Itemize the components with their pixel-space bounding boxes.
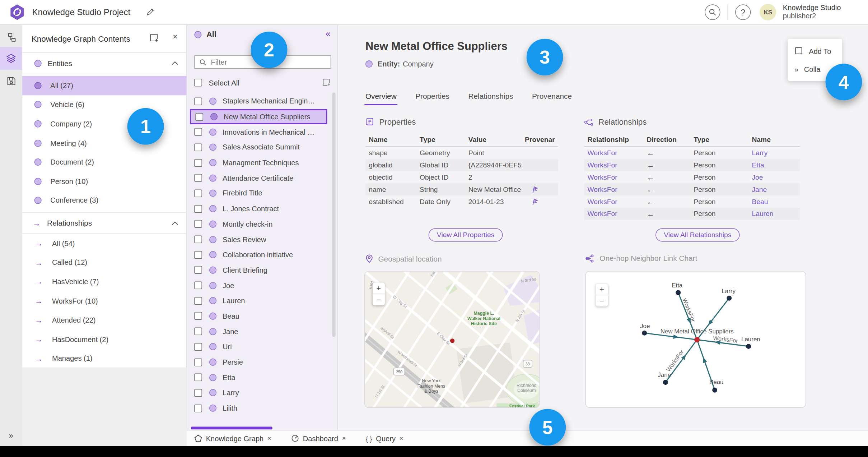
graph-node[interactable] <box>712 388 717 393</box>
table-row[interactable]: WorksFor←PersonEtta <box>584 159 800 171</box>
list-item[interactable]: Managment Techniques <box>187 155 329 170</box>
item-checkbox[interactable] <box>194 328 202 336</box>
entity-type-item[interactable]: Person (10) <box>22 172 187 191</box>
cell-name[interactable]: Etta <box>748 161 795 169</box>
cell-name[interactable]: Lauren <box>748 210 795 218</box>
link-chart-card[interactable]: + − WorksForWorksForWorksForEttaLarryJoe… <box>585 271 806 408</box>
schema-tool-button[interactable] <box>4 31 18 44</box>
item-checkbox[interactable] <box>194 297 202 305</box>
list-item[interactable]: Client Briefing <box>187 262 329 278</box>
table-row[interactable]: shapeGeometryPoint <box>365 147 558 159</box>
list-item[interactable]: Persie <box>187 355 329 370</box>
tab-provenance[interactable]: Provenance <box>532 92 572 105</box>
cell-relationship[interactable]: WorksFor <box>584 186 643 194</box>
item-checkbox[interactable] <box>194 220 202 228</box>
user-menu[interactable]: Knowledge Studio publisher2 <box>783 3 841 20</box>
table-row[interactable]: globalidGlobal ID{A228944F-0EF5-... <box>365 159 558 171</box>
list-item[interactable]: Staplers Mechanical Engineering <box>187 94 329 109</box>
graph-node[interactable] <box>676 290 681 295</box>
relationship-type-item[interactable]: →HasVehicle (7) <box>22 272 187 291</box>
graph-node[interactable] <box>642 331 647 336</box>
item-checkbox[interactable] <box>194 236 202 244</box>
add-layer-button[interactable] <box>149 33 159 43</box>
table-row[interactable]: objectidObject ID2 <box>365 171 558 184</box>
graph-node[interactable] <box>727 296 732 301</box>
list-item[interactable]: Sales Associate Summit <box>187 140 329 155</box>
cell-relationship[interactable]: WorksFor <box>584 161 643 169</box>
table-row[interactable]: establishedDate Only2014-01-23 <box>365 195 558 208</box>
table-row[interactable]: WorksFor←PersonLauren <box>584 208 800 220</box>
horizontal-scrollbar[interactable] <box>191 427 272 430</box>
add-to-menu-item[interactable]: Add To <box>794 47 831 56</box>
list-item[interactable]: Joe <box>187 278 329 293</box>
add-entity-button[interactable] <box>322 78 331 87</box>
relationship-type-item[interactable]: →WorksFor (10) <box>22 291 187 310</box>
graph-node[interactable] <box>746 344 751 349</box>
item-checkbox[interactable] <box>194 251 202 259</box>
cell-relationship[interactable]: WorksFor <box>584 198 643 206</box>
zoom-out-button[interactable]: − <box>596 295 608 306</box>
layers-tool-button[interactable] <box>4 51 18 65</box>
help-button[interactable]: ? <box>735 4 751 20</box>
zoom-in-button[interactable]: + <box>373 283 385 294</box>
list-item[interactable]: Lilith <box>187 401 329 416</box>
search-button[interactable] <box>705 4 720 20</box>
relationship-type-item[interactable]: →Manages (1) <box>22 349 187 368</box>
list-item[interactable]: Jane <box>187 324 329 339</box>
table-row[interactable]: WorksFor←PersonJane <box>584 184 800 196</box>
bottom-tab-query[interactable]: { }Query× <box>366 434 403 442</box>
close-panel-button[interactable]: × <box>173 32 178 41</box>
relationship-type-item[interactable]: →Attended (22) <box>22 310 187 329</box>
list-item[interactable]: Attendance Certificate <box>187 170 329 186</box>
list-item[interactable]: Collaboration initiative <box>187 247 329 263</box>
view-all-relationships-button[interactable]: View All Relationships <box>655 228 740 241</box>
list-item[interactable]: Lauren <box>187 293 329 309</box>
list-item[interactable]: Etta <box>187 370 329 385</box>
close-tab-icon[interactable]: × <box>400 434 403 442</box>
table-row[interactable]: WorksFor←PersonJoe <box>584 171 800 184</box>
cell-name[interactable]: Joe <box>748 174 795 181</box>
item-checkbox[interactable] <box>194 343 202 351</box>
table-row[interactable]: nameStringNew Metal Office ... <box>365 184 558 196</box>
item-checkbox[interactable] <box>195 113 203 121</box>
zoom-in-button[interactable]: + <box>596 284 608 295</box>
item-checkbox[interactable] <box>194 128 202 136</box>
table-row[interactable]: WorksFor←PersonBeau <box>584 195 800 208</box>
item-checkbox[interactable] <box>194 143 202 151</box>
item-checkbox[interactable] <box>194 174 202 182</box>
item-checkbox[interactable] <box>194 97 202 105</box>
list-item[interactable]: Innovations in Mechanical Engin... <box>187 124 329 140</box>
zoom-out-button[interactable]: − <box>373 294 385 305</box>
cell-provenance[interactable] <box>522 198 555 206</box>
cell-provenance[interactable] <box>522 186 555 194</box>
entity-type-item[interactable]: Conference (3) <box>22 191 187 210</box>
save-tool-button[interactable] <box>4 74 18 88</box>
relationship-type-item[interactable]: →All (54) <box>22 234 187 253</box>
cell-name[interactable]: Jane <box>748 186 795 194</box>
avatar[interactable]: KS <box>760 4 776 20</box>
entities-section-header[interactable]: Entities <box>22 53 186 74</box>
list-item[interactable]: Firebird Title <box>187 186 329 201</box>
cell-relationship[interactable]: WorksFor <box>584 174 643 181</box>
close-tab-icon[interactable]: × <box>342 434 346 442</box>
collapse-panel-button[interactable]: « <box>326 29 331 39</box>
rail-expand-button[interactable]: » <box>4 429 18 442</box>
item-checkbox[interactable] <box>194 205 202 213</box>
entity-type-item[interactable]: Meeting (4) <box>22 133 187 152</box>
item-checkbox[interactable] <box>194 404 202 412</box>
entity-type-item[interactable]: Document (2) <box>22 153 187 172</box>
table-row[interactable]: WorksFor←PersonLarry <box>584 147 800 159</box>
relationships-section-header[interactable]: → Relationships <box>22 212 186 234</box>
item-checkbox[interactable] <box>194 389 202 397</box>
cell-relationship[interactable]: WorksFor <box>584 210 643 218</box>
graph-node[interactable] <box>663 380 668 385</box>
bottom-tab-dashboard[interactable]: Dashboard× <box>291 434 346 442</box>
item-checkbox[interactable] <box>194 282 202 290</box>
list-item[interactable]: Uri <box>187 339 329 355</box>
collapse-menu-item[interactable]: » Colla <box>794 65 820 74</box>
list-item[interactable]: Larry <box>187 385 329 401</box>
tab-relationships[interactable]: Relationships <box>468 92 513 105</box>
bottom-tab-knowledge-graph[interactable]: Knowledge Graph× <box>194 434 271 442</box>
list-item[interactable]: Montly check-in <box>187 216 329 232</box>
edit-title-icon[interactable] <box>146 8 154 16</box>
